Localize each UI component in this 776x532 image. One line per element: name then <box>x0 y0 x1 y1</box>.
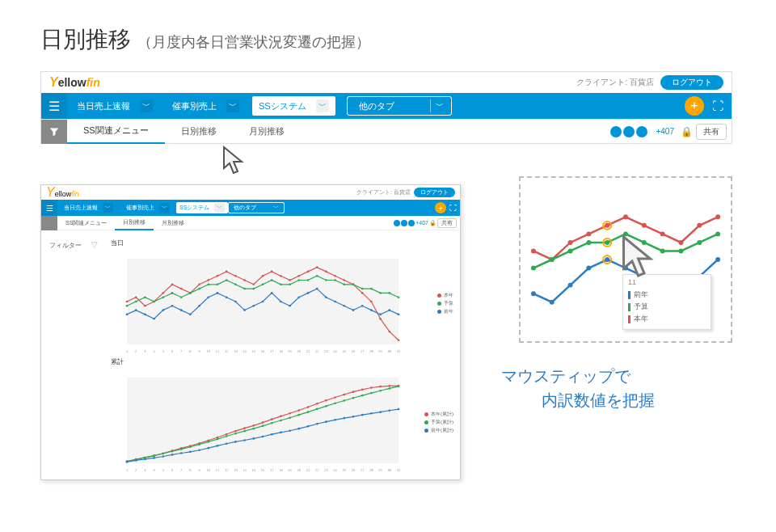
svg-point-184 <box>370 386 373 389</box>
svg-text:25: 25 <box>343 349 347 353</box>
svg-point-264 <box>586 240 591 245</box>
zoom-inset-panel: 11 前年 予算 本年 <box>519 176 732 343</box>
svg-text:13: 13 <box>234 349 238 353</box>
mini-nav-1[interactable]: 当日売上速報﹀ <box>57 203 120 213</box>
legend-dot-icon <box>437 302 441 306</box>
annotation-text: マウスティップで 内訳数値を把握 <box>501 364 744 412</box>
mini-tab-1[interactable]: SS関連メニュー <box>57 216 115 230</box>
svg-text:20: 20 <box>297 349 302 353</box>
status-dot-icon <box>408 220 415 226</box>
svg-point-118 <box>344 305 346 307</box>
svg-text:31: 31 <box>397 349 401 353</box>
legend-dot-icon <box>424 420 428 424</box>
mini-nav-2[interactable]: 催事別売上﹀ <box>120 203 176 213</box>
svg-point-224 <box>171 454 174 456</box>
chevron-down-icon: ﹀ <box>273 204 279 212</box>
nav-dropdown-ss-system[interactable]: SSシステム ﹀ <box>252 96 335 116</box>
svg-point-107 <box>243 309 246 311</box>
fullscreen-icon[interactable]: ⛶ <box>712 99 723 112</box>
svg-text:12: 12 <box>225 349 229 353</box>
mini-fullscreen-icon[interactable]: ⛶ <box>449 204 457 212</box>
tooltip-x-label: 11 <box>628 278 706 288</box>
svg-point-109 <box>262 301 264 303</box>
nav-label: 当日売上速報 <box>77 100 130 112</box>
filter-icon: ▽ <box>91 240 98 249</box>
svg-point-185 <box>379 386 382 388</box>
header-nav: ☰ 当日売上速報 ﹀ 催事別売上 ﹀ SSシステム ﹀ 他のタブ ﹀ + ⛶ <box>41 93 732 119</box>
tab-daily-trend[interactable]: 日別推移 <box>165 120 233 144</box>
svg-point-44 <box>234 275 237 277</box>
page-title-main: 日別推移 <box>40 27 131 52</box>
mini-hamburger-icon[interactable]: ☰ <box>41 200 57 216</box>
svg-point-80 <box>280 284 282 286</box>
mini-filter-button[interactable] <box>41 216 57 230</box>
svg-point-263 <box>568 248 573 253</box>
svg-point-226 <box>189 451 192 454</box>
chevron-down-icon: ﹀ <box>430 99 443 112</box>
svg-point-242 <box>334 419 336 421</box>
chart-daily: 1234567891011121314151617181920212223242… <box>103 249 455 354</box>
svg-point-176 <box>298 409 301 412</box>
mini-tabs: SS関連メニュー 日別推移 月別推移 +407 🔒 共有 <box>41 216 460 230</box>
svg-text:6: 6 <box>171 349 174 353</box>
logout-button[interactable]: ログアウト <box>660 75 723 90</box>
svg-point-192 <box>162 453 165 455</box>
mini-add-button[interactable]: + <box>435 202 446 213</box>
mini-nav-3[interactable]: SSシステム﹀ <box>176 202 228 213</box>
header-top-row: Yellowfin クライアント: 百貨店 ログアウト <box>41 72 732 93</box>
svg-point-170 <box>243 427 246 429</box>
mini-screenshot-panel: Yellowfin クライアント: 百貨店 ログアウト ☰ 当日売上速報﹀ 催事… <box>40 184 461 480</box>
filter-button[interactable] <box>41 120 67 144</box>
mini-nav-4[interactable]: 他のタブ﹀ <box>228 202 285 213</box>
svg-point-206 <box>289 416 291 419</box>
share-button[interactable]: 共有 <box>696 124 727 140</box>
svg-point-62 <box>398 339 400 341</box>
nav-dropdown-daily-sales[interactable]: 当日売上速報 ﹀ <box>67 93 162 119</box>
svg-point-237 <box>289 429 291 432</box>
svg-point-108 <box>253 305 255 307</box>
svg-point-215 <box>370 392 373 395</box>
add-button[interactable]: + <box>685 96 704 116</box>
tab-ss-menu[interactable]: SS関連メニュー <box>67 120 165 144</box>
svg-point-210 <box>325 405 327 407</box>
status-count: +407 <box>656 127 674 136</box>
hamburger-menu-button[interactable]: ☰ <box>41 93 67 119</box>
svg-point-216 <box>379 390 382 392</box>
mini-tab-2[interactable]: 日別推移 <box>115 216 154 230</box>
svg-text:22: 22 <box>315 349 319 353</box>
svg-text:5: 5 <box>162 468 165 472</box>
svg-point-257 <box>660 231 665 236</box>
svg-point-222 <box>153 457 155 459</box>
svg-point-248 <box>389 409 391 412</box>
tooltip-row: 本年 <box>634 314 648 324</box>
svg-point-53 <box>316 266 318 268</box>
mini-tab-3[interactable]: 月別推移 <box>154 216 192 230</box>
svg-point-259 <box>697 223 702 228</box>
svg-point-84 <box>316 275 318 277</box>
annotation-line2: 内訳数値を把握 <box>501 388 744 412</box>
svg-point-69 <box>180 296 183 298</box>
nav-dropdown-other-tabs[interactable]: 他のタブ ﹀ <box>347 96 452 116</box>
svg-point-33 <box>135 296 137 298</box>
nav-dropdown-event-sales[interactable]: 催事別売上 ﹀ <box>162 93 249 119</box>
svg-point-272 <box>531 291 536 296</box>
mini-logout-button[interactable]: ログアウト <box>414 188 455 197</box>
svg-point-68 <box>171 292 174 294</box>
svg-point-177 <box>307 406 310 408</box>
mini-share-button[interactable]: 共有 <box>437 218 457 228</box>
svg-text:11: 11 <box>216 468 220 472</box>
svg-point-205 <box>280 420 282 422</box>
svg-point-67 <box>162 296 165 298</box>
svg-point-191 <box>153 454 155 457</box>
svg-text:4: 4 <box>153 349 155 353</box>
mini-charts: 当日 1234567891011121314151617181920212223… <box>103 237 455 476</box>
tab-monthly-trend[interactable]: 月別推移 <box>233 120 301 144</box>
svg-point-180 <box>334 396 336 399</box>
svg-point-275 <box>586 266 591 271</box>
svg-point-119 <box>352 309 355 311</box>
svg-point-211 <box>334 403 336 405</box>
svg-text:2: 2 <box>135 468 137 472</box>
svg-text:31: 31 <box>397 468 401 472</box>
svg-point-203 <box>262 425 264 428</box>
svg-text:10: 10 <box>207 349 211 353</box>
